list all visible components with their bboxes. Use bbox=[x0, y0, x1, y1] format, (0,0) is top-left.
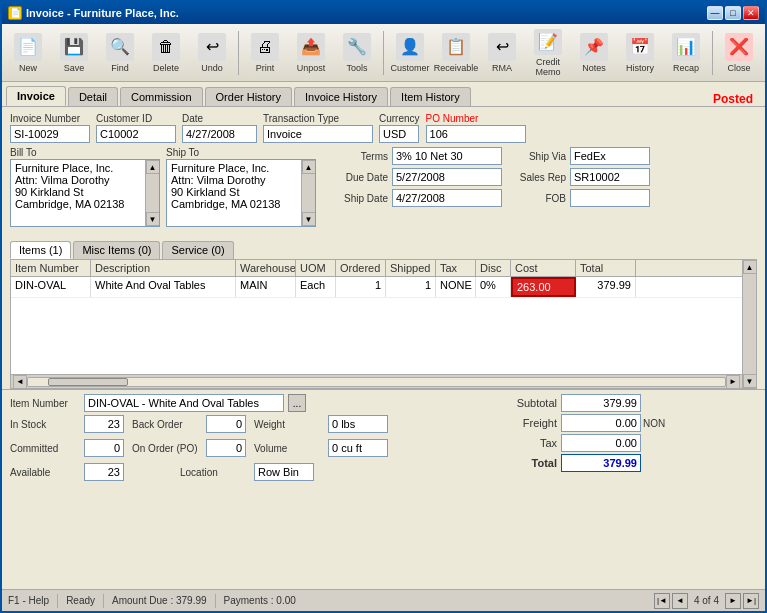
grid-scrollbar-h[interactable]: ◄ ► bbox=[11, 374, 742, 388]
ship-to-scroll-up[interactable]: ▲ bbox=[302, 160, 316, 174]
new-button[interactable]: 📄 New bbox=[6, 28, 50, 78]
terms-input[interactable] bbox=[392, 147, 502, 165]
due-date-input[interactable] bbox=[392, 168, 502, 186]
cell-shipped: 1 bbox=[386, 277, 436, 297]
invoice-number-input[interactable] bbox=[10, 125, 90, 143]
tab-invoice-history[interactable]: Invoice History bbox=[294, 87, 388, 106]
on-order-input[interactable] bbox=[206, 439, 246, 457]
items-tab-items[interactable]: Items (1) bbox=[10, 241, 71, 259]
save-button[interactable]: 💾 Save bbox=[52, 28, 96, 78]
bill-to-scroll-down[interactable]: ▼ bbox=[146, 212, 160, 226]
item-number-input[interactable] bbox=[84, 394, 284, 412]
unpost-button[interactable]: 📤 Unpost bbox=[289, 28, 333, 78]
maximize-button[interactable]: □ bbox=[725, 6, 741, 20]
invoice-form: Invoice Number Customer ID Date Transact… bbox=[2, 106, 765, 237]
customer-id-input[interactable] bbox=[96, 125, 176, 143]
ship-via-label: Ship Via bbox=[506, 151, 566, 162]
committed-input[interactable] bbox=[84, 439, 124, 457]
freight-input[interactable] bbox=[561, 414, 641, 432]
customer-button[interactable]: 👤 Customer bbox=[388, 28, 432, 78]
minimize-button[interactable]: — bbox=[707, 6, 723, 20]
po-number-input[interactable] bbox=[426, 125, 526, 143]
tax-label: Tax bbox=[497, 437, 557, 449]
close-window-button[interactable]: ✕ bbox=[743, 6, 759, 20]
notes-button[interactable]: 📌 Notes bbox=[572, 28, 616, 78]
weight-input[interactable] bbox=[328, 415, 388, 433]
ship-via-input[interactable] bbox=[570, 147, 650, 165]
items-tab-service[interactable]: Service (0) bbox=[162, 241, 233, 259]
items-tabs: Items (1) Misc Items (0) Service (0) bbox=[2, 237, 765, 259]
fob-input[interactable] bbox=[570, 189, 650, 207]
due-date-label: Due Date bbox=[328, 172, 388, 183]
receivable-button[interactable]: 📋 Receivable bbox=[434, 28, 478, 78]
window-controls: — □ ✕ bbox=[707, 6, 759, 20]
items-tab-misc[interactable]: Misc Items (0) bbox=[73, 241, 160, 259]
table-row[interactable]: DIN-OVAL White And Oval Tables MAIN Each… bbox=[11, 277, 756, 298]
fob-label: FOB bbox=[506, 193, 566, 204]
amount-due-text: Amount Due : 379.99 bbox=[112, 595, 207, 606]
nav-prev-button[interactable]: ◄ bbox=[672, 593, 688, 609]
tab-order-history[interactable]: Order History bbox=[205, 87, 292, 106]
tab-invoice[interactable]: Invoice bbox=[6, 86, 66, 106]
tax-row: Tax bbox=[497, 434, 757, 452]
transaction-type-input[interactable] bbox=[263, 125, 373, 143]
scroll-up-btn[interactable]: ▲ bbox=[743, 260, 757, 274]
customer-id-group: Customer ID bbox=[96, 113, 176, 143]
available-input[interactable] bbox=[84, 463, 124, 481]
tab-item-history[interactable]: Item History bbox=[390, 87, 471, 106]
due-date-row: Due Date Sales Rep bbox=[328, 168, 757, 186]
recap-button[interactable]: 📊 Recap bbox=[664, 28, 708, 78]
bill-to-address: Furniture Place, Inc. Attn: Vilma Doroth… bbox=[10, 159, 160, 227]
right-form: Terms Ship Via Due Date Sales Rep Ship D… bbox=[328, 147, 757, 227]
volume-input[interactable] bbox=[328, 439, 388, 457]
volume-row: Volume bbox=[254, 439, 388, 457]
nav-next-button[interactable]: ► bbox=[725, 593, 741, 609]
scroll-down-btn[interactable]: ▼ bbox=[743, 374, 757, 388]
scroll-thumb[interactable] bbox=[48, 378, 128, 386]
form-row-1: Invoice Number Customer ID Date Transact… bbox=[10, 113, 757, 143]
nav-first-button[interactable]: |◄ bbox=[654, 593, 670, 609]
find-icon: 🔍 bbox=[106, 33, 134, 61]
rma-button[interactable]: ↩ RMA bbox=[480, 28, 524, 78]
available-row: Available bbox=[10, 463, 124, 481]
tax-input[interactable] bbox=[561, 434, 641, 452]
tab-detail[interactable]: Detail bbox=[68, 87, 118, 106]
subtotal-label: Subtotal bbox=[497, 397, 557, 409]
on-order-label: On Order (PO) bbox=[132, 443, 202, 454]
notes-icon: 📌 bbox=[580, 33, 608, 61]
find-button[interactable]: 🔍 Find bbox=[98, 28, 142, 78]
bill-to-scrollbar[interactable]: ▲ ▼ bbox=[145, 160, 159, 226]
tab-commission[interactable]: Commission bbox=[120, 87, 203, 106]
date-input[interactable] bbox=[182, 125, 257, 143]
bottom-left: Item Number ... In Stock Back Order bbox=[10, 394, 497, 484]
close-button[interactable]: ❌ Close bbox=[717, 28, 761, 78]
cell-cost[interactable]: 263.00 bbox=[511, 277, 576, 297]
in-stock-input[interactable] bbox=[84, 415, 124, 433]
history-button[interactable]: 📅 History bbox=[618, 28, 662, 78]
ship-to-scrollbar[interactable]: ▲ ▼ bbox=[301, 160, 315, 226]
ship-to-scroll-down[interactable]: ▼ bbox=[302, 212, 316, 226]
on-order-row: On Order (PO) bbox=[132, 439, 246, 457]
location-input[interactable] bbox=[254, 463, 314, 481]
undo-button[interactable]: ↩ Undo bbox=[190, 28, 234, 78]
grid-scrollbar-v[interactable]: ▲ ▼ bbox=[742, 260, 756, 388]
cell-total: 379.99 bbox=[576, 277, 636, 297]
save-icon: 💾 bbox=[60, 33, 88, 61]
back-order-input[interactable] bbox=[206, 415, 246, 433]
tools-button[interactable]: 🔧 Tools bbox=[335, 28, 379, 78]
sales-rep-input[interactable] bbox=[570, 168, 650, 186]
delete-button[interactable]: 🗑 Delete bbox=[144, 28, 188, 78]
credit-memo-button[interactable]: 📝 Credit Memo bbox=[526, 28, 570, 78]
print-button[interactable]: 🖨 Print bbox=[243, 28, 287, 78]
currency-input[interactable] bbox=[379, 125, 419, 143]
ship-date-input[interactable] bbox=[392, 189, 502, 207]
scroll-right-btn[interactable]: ► bbox=[726, 375, 740, 389]
freight-badge: NON bbox=[643, 418, 665, 429]
total-input[interactable] bbox=[561, 454, 641, 472]
subtotal-input[interactable] bbox=[561, 394, 641, 412]
scroll-left-btn[interactable]: ◄ bbox=[13, 375, 27, 389]
item-browse-button[interactable]: ... bbox=[288, 394, 306, 412]
nav-last-button[interactable]: ►| bbox=[743, 593, 759, 609]
in-stock-label: In Stock bbox=[10, 419, 80, 430]
bill-to-scroll-up[interactable]: ▲ bbox=[146, 160, 160, 174]
